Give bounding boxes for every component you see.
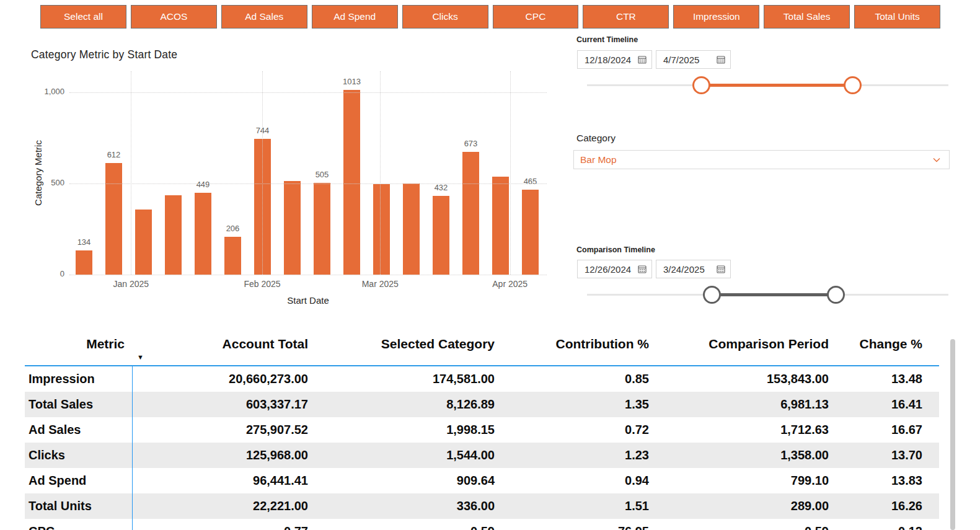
slider-end-handle[interactable] [844,76,862,94]
value-cell: 16.41 [834,392,927,417]
x-tick-label: Mar 2025 [352,279,408,289]
filter-button-clicks[interactable]: Clicks [402,5,488,29]
comparison-timeline-label: Comparison Timeline [576,245,655,254]
calendar-icon[interactable] [638,265,647,273]
bar[interactable] [284,181,301,275]
value-cell: 1,998.15 [313,417,500,443]
column-header-contribution-[interactable]: Contribution % [500,332,654,366]
slider-end-handle[interactable] [827,286,845,304]
row-header-cell: Clicks [25,443,132,468]
bar[interactable] [433,196,449,275]
row-header-cell: CPC [25,519,132,530]
row-pad [927,493,939,519]
x-tick-label: Feb 2025 [234,279,290,289]
row-header-cell: Ad Spend [25,468,132,493]
current-timeline-slider[interactable] [587,76,948,95]
value-cell: 22,221.00 [132,493,313,519]
value-cell: 289.00 [654,493,834,519]
value-cell: 275,907.52 [132,417,313,443]
value-cell: 0.59 [654,519,834,530]
filter-button-ad-sales[interactable]: Ad Sales [221,5,307,29]
value-cell: 76.95 [500,519,654,530]
bar[interactable] [462,152,479,275]
bar[interactable] [76,250,92,275]
calendar-icon[interactable] [638,55,647,64]
comparison-end-date-input[interactable] [656,260,731,278]
comparison-start-date-value[interactable] [585,264,638,275]
column-header-comparison-period[interactable]: Comparison Period [654,332,834,366]
table-scrollbar[interactable] [950,339,955,530]
filter-button-impression[interactable]: Impression [673,5,759,29]
chevron-down-icon[interactable] [932,155,942,165]
bar[interactable] [522,190,539,275]
table-row[interactable]: Ad Spend96,441.41909.640.94799.1013.83 [25,468,939,493]
value-cell: 1,358.00 [654,443,834,468]
value-cell: 6,981.13 [654,392,834,417]
comparison-timeline-slider[interactable] [587,285,948,304]
column-header-change-[interactable]: Change % [834,332,927,366]
table-row[interactable]: Ad Sales275,907.521,998.150.721,712.6316… [25,417,939,443]
filter-button-total-units[interactable]: Total Units [854,5,940,29]
value-cell: 0.94 [500,468,654,493]
value-cell: 0.85 [500,366,654,392]
x-tick-label: Jan 2025 [103,279,159,289]
bar-data-label: 134 [66,237,103,247]
header-underline [25,365,939,366]
current-start-date-input[interactable] [577,50,652,69]
table-row[interactable]: Clicks125,968.001,544.001.231,358.0013.7… [25,443,939,468]
category-dropdown[interactable]: Bar Mop [573,150,950,169]
filter-bar: Select allACOSAd SalesAd SpendClicksCPCC… [40,5,940,29]
value-cell: 1.23 [500,443,654,468]
row-pad [927,468,939,493]
table-row[interactable]: CPC0.770.5976.950.590.12 [25,519,939,530]
bar[interactable] [165,195,182,275]
comparison-end-date-value[interactable] [663,264,717,275]
value-cell: 1,544.00 [313,443,500,468]
bar-data-label: 505 [304,170,341,179]
bar[interactable] [343,90,360,275]
value-cell: 0.72 [500,417,654,443]
filter-button-total-sales[interactable]: Total Sales [764,5,850,29]
column-header-account-total[interactable]: Account Total [132,332,313,366]
row-header-cell: Impression [25,366,132,392]
row-header-cell: Ad Sales [25,417,132,443]
table-row[interactable]: Total Sales603,337.178,126.891.356,981.1… [25,392,939,417]
bar-data-label: 465 [512,177,549,186]
bar[interactable] [135,210,152,275]
bar[interactable] [314,183,330,275]
current-end-date-value[interactable] [663,55,717,65]
value-cell: 13.83 [834,468,927,493]
bar[interactable] [403,183,420,275]
slider-selected-range[interactable] [701,84,852,87]
calendar-icon[interactable] [717,265,725,273]
filter-button-acos[interactable]: ACOS [131,5,217,29]
bar[interactable] [492,177,509,275]
filter-button-cpc[interactable]: CPC [493,5,579,29]
bar[interactable] [105,163,122,275]
column-header-selected-category[interactable]: Selected Category [313,332,500,366]
bar[interactable] [195,193,211,275]
column-header-metric[interactable]: Metric [25,332,132,366]
table-row[interactable]: Total Units22,221.00336.001.51289.0016.2… [25,493,939,519]
sort-descending-icon[interactable]: ▼ [137,353,144,361]
bar[interactable] [224,237,241,275]
filter-button-select-all[interactable]: Select all [40,5,126,29]
chart-y-axis-label: Category Metric [33,130,44,216]
filter-button-ctr[interactable]: CTR [583,5,669,29]
current-start-date-value[interactable] [585,55,638,65]
chart-category-metric: Category Metric by Start Date Category M… [25,43,558,316]
value-cell: 8,126.89 [313,392,500,417]
current-end-date-input[interactable] [656,50,731,69]
slider-start-handle[interactable] [703,286,721,304]
slider-start-handle[interactable] [692,76,710,94]
bar[interactable] [373,184,390,275]
comparison-start-date-input[interactable] [577,260,652,278]
calendar-icon[interactable] [717,55,725,64]
value-cell: 1,712.63 [654,417,834,443]
slider-selected-range[interactable] [712,293,836,296]
value-cell: 13.48 [834,366,927,392]
bar-data-label: 1013 [333,77,371,86]
filter-button-ad-spend[interactable]: Ad Spend [312,5,398,29]
table-row[interactable]: Impression20,660,273.00174,581.000.85153… [25,366,939,392]
y-gridline [69,92,547,93]
